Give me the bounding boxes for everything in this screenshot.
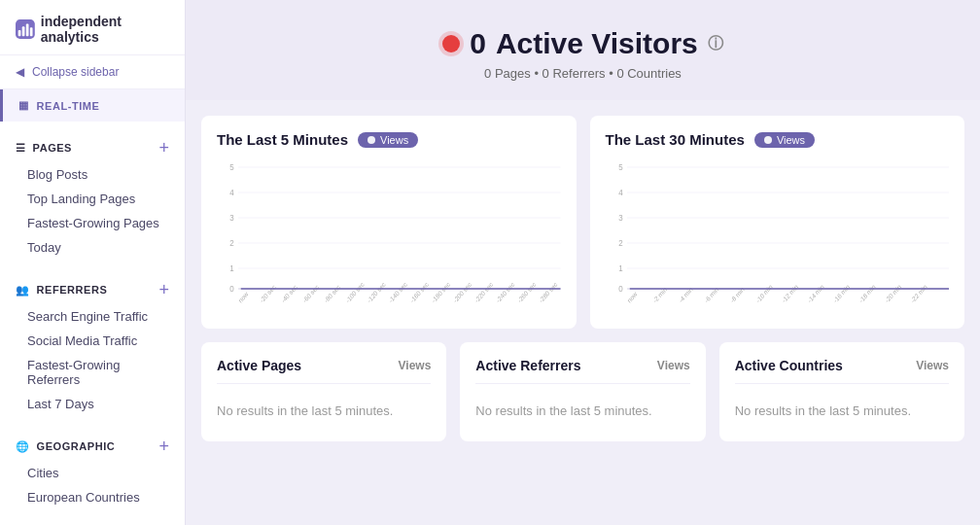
referrers-icon: 👥 <box>16 284 30 297</box>
nav-item-last-7-days[interactable]: Last 7 Days <box>0 392 185 416</box>
svg-text:-60 sec: -60 sec <box>301 283 320 304</box>
referrers-section-header: 👥 REFERRERS + <box>0 275 185 304</box>
svg-text:-20 min: -20 min <box>883 283 901 304</box>
nav-item-european-countries[interactable]: European Countries <box>0 485 185 509</box>
svg-text:-22 min: -22 min <box>909 283 928 304</box>
chart-30min-header: The Last 30 Minutes Views <box>606 131 950 148</box>
content-area: The Last 5 Minutes Views <box>186 100 980 525</box>
geographic-section-title: 🌐 GEOGRAPHIC <box>16 440 115 453</box>
chart-5min-svg: 5 4 3 2 1 0 now -20 sec -40 sec -60 sec … <box>217 158 561 313</box>
svg-text:-18 min: -18 min <box>858 283 876 304</box>
charts-row: The Last 5 Minutes Views <box>201 116 964 329</box>
svg-text:-260 sec: -260 sec <box>516 280 538 304</box>
nav-item-today[interactable]: Today <box>0 235 185 260</box>
chart-5min-header: The Last 5 Minutes Views <box>217 131 561 148</box>
active-pages-title: Active Pages <box>217 358 301 373</box>
svg-text:0: 0 <box>229 284 234 295</box>
referrers-section: 👥 REFERRERS + Search Engine Traffic Soci… <box>0 263 185 420</box>
svg-text:-40 sec: -40 sec <box>280 283 298 304</box>
geographic-icon: 🌐 <box>16 440 30 453</box>
svg-text:-120 sec: -120 sec <box>366 280 387 304</box>
svg-text:4: 4 <box>618 188 623 198</box>
svg-text:-180 sec: -180 sec <box>431 280 452 304</box>
svg-text:-12 min: -12 min <box>780 283 798 304</box>
svg-rect-2 <box>22 26 25 36</box>
active-pages-card: Active Pages Views No results in the las… <box>201 342 446 441</box>
nav-item-top-landing[interactable]: Top Landing Pages <box>0 187 185 211</box>
svg-text:0: 0 <box>618 284 623 295</box>
active-pages-col-label: Views <box>399 359 432 372</box>
chart-30min-title: The Last 30 Minutes <box>606 131 745 148</box>
collapse-label: Collapse sidebar <box>32 65 119 79</box>
pages-icon: ☰ <box>16 142 26 155</box>
svg-text:-200 sec: -200 sec <box>452 280 473 304</box>
svg-text:-100 sec: -100 sec <box>344 280 366 304</box>
chart-5min-badge-label: Views <box>380 134 408 146</box>
svg-text:5: 5 <box>229 162 234 173</box>
svg-text:3: 3 <box>618 213 623 224</box>
collapse-sidebar-button[interactable]: ◀ Collapse sidebar <box>0 55 185 89</box>
svg-rect-4 <box>30 27 33 36</box>
active-visitors-title: 0 Active Visitors ⓘ <box>205 27 961 60</box>
nav-item-blog-posts[interactable]: Blog Posts <box>0 162 185 187</box>
chart-5min-title: The Last 5 Minutes <box>217 131 348 148</box>
referrers-add-button[interactable]: + <box>158 281 169 298</box>
svg-text:1: 1 <box>229 263 234 274</box>
nav-item-fastest-growing-pages[interactable]: Fastest-Growing Pages <box>0 211 185 235</box>
active-referrers-no-results: No results in the last 5 minutes. <box>475 396 689 426</box>
nav-item-social-media[interactable]: Social Media Traffic <box>0 329 185 353</box>
active-visitors-label: Active Visitors <box>496 27 698 60</box>
logo-icon <box>16 18 35 40</box>
visitor-count: 0 <box>470 27 486 60</box>
svg-text:-280 sec: -280 sec <box>538 280 559 304</box>
chart-30min-badge-label: Views <box>777 134 805 146</box>
nav-item-cities[interactable]: Cities <box>0 461 185 485</box>
active-referrers-col-label: Views <box>657 359 690 372</box>
active-countries-title: Active Countries <box>735 358 843 373</box>
nav-item-search-engine[interactable]: Search Engine Traffic <box>0 304 185 329</box>
logo-bold: independent analytics <box>41 14 122 45</box>
active-countries-card: Active Countries Views No results in the… <box>719 342 964 441</box>
svg-text:5: 5 <box>618 162 623 173</box>
info-icon[interactable]: ⓘ <box>708 34 723 54</box>
active-countries-header: Active Countries Views <box>735 358 949 384</box>
svg-text:-20 sec: -20 sec <box>259 283 277 304</box>
realtime-icon: ▦ <box>18 99 29 112</box>
logo-area: independent analytics <box>0 0 185 55</box>
chart-5min-badge: Views <box>358 132 418 148</box>
pages-section: ☰ PAGES + Blog Posts Top Landing Pages F… <box>0 122 185 263</box>
chart-last-30-min: The Last 30 Minutes Views 5 <box>590 116 965 329</box>
svg-text:4: 4 <box>229 188 234 198</box>
svg-text:2: 2 <box>618 238 623 249</box>
nav-item-fastest-referrers[interactable]: Fastest-Growing Referrers <box>0 353 185 392</box>
active-countries-no-results: No results in the last 5 minutes. <box>735 396 949 426</box>
svg-text:now: now <box>625 290 638 303</box>
svg-text:now: now <box>237 290 250 303</box>
chart-30min-svg: 5 4 3 2 1 0 now -2 min -4 min -6 min -8 … <box>606 158 950 313</box>
svg-text:-240 sec: -240 sec <box>495 280 516 304</box>
svg-rect-1 <box>18 30 21 36</box>
badge-dot-2 <box>764 136 772 144</box>
pages-add-button[interactable]: + <box>158 139 169 157</box>
geographic-section-header: 🌐 GEOGRAPHIC + <box>0 432 185 461</box>
svg-text:-220 sec: -220 sec <box>473 280 495 304</box>
bottom-cards-row: Active Pages Views No results in the las… <box>201 342 964 441</box>
svg-text:-80 sec: -80 sec <box>323 283 341 304</box>
sidebar: independent analytics ◀ Collapse sidebar… <box>0 0 186 525</box>
nav-realtime-item[interactable]: ▦ REAL-TIME <box>0 89 185 122</box>
badge-dot <box>368 136 375 144</box>
svg-text:1: 1 <box>618 263 623 274</box>
active-countries-col-label: Views <box>916 359 949 372</box>
chart-5min-area: 5 4 3 2 1 0 now -20 sec -40 sec -60 sec … <box>217 158 561 313</box>
main-content: 0 Active Visitors ⓘ 0 Pages • 0 Referrer… <box>186 0 980 525</box>
live-indicator-dot <box>442 35 460 52</box>
chart-last-5-min: The Last 5 Minutes Views <box>201 116 577 329</box>
active-referrers-title: Active Referrers <box>475 358 580 373</box>
svg-rect-3 <box>26 24 29 37</box>
active-referrers-header: Active Referrers Views <box>475 358 689 384</box>
pages-section-header: ☰ PAGES + <box>0 133 185 162</box>
realtime-label: REAL-TIME <box>37 100 100 112</box>
geographic-add-button[interactable]: + <box>158 438 169 455</box>
svg-text:-140 sec: -140 sec <box>387 280 408 304</box>
geographic-section: 🌐 GEOGRAPHIC + Cities European Countries <box>0 420 185 513</box>
